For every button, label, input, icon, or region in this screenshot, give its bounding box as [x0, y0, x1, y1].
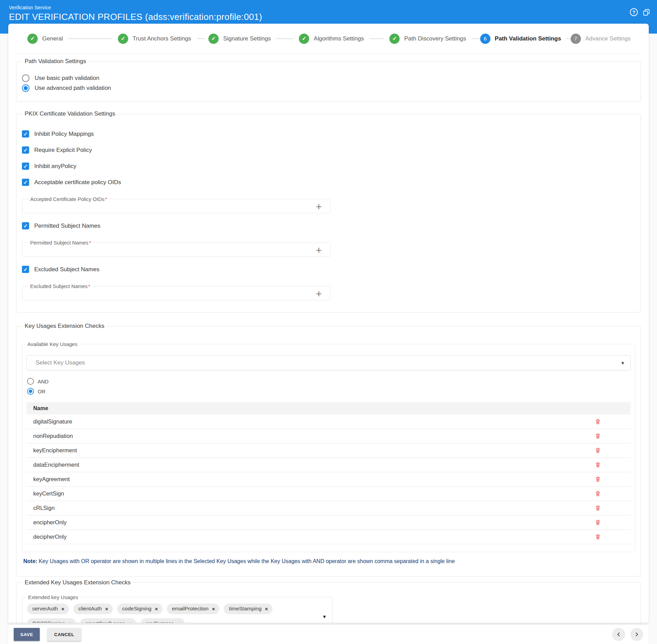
delete-row-button[interactable] [595, 505, 631, 511]
table-row: dataEncipherment [26, 458, 631, 472]
page-title: EDIT VERIFICATION PROFILES (adss:verific… [9, 12, 657, 22]
radio-operator-and[interactable]: AND [27, 378, 631, 385]
checkbox-require-explicit-policy[interactable]: ✓ Require Explicit Policy [22, 146, 635, 154]
step-number: 7 [571, 34, 581, 44]
pkix-section: PKIX Certificate Validation Settings ✓ I… [16, 110, 641, 312]
chip-remove-icon[interactable]: × [129, 621, 132, 623]
step-check-icon: ✓ [389, 34, 400, 44]
chip-smartcardlogon: smartCardLogon× [80, 618, 136, 623]
step-connector [472, 38, 480, 39]
path-validation-section: Path Validation Settings Use basic path … [16, 58, 641, 102]
radio-icon[interactable] [27, 378, 34, 385]
chip-remove-icon[interactable]: × [61, 606, 64, 612]
step-connector [68, 38, 112, 39]
chip-remove-icon[interactable]: × [105, 606, 108, 612]
table-row: encipherOnly [26, 515, 631, 530]
chip-serverauth: serverAuth× [27, 604, 69, 614]
chip-ocspsigning: OCSPSigning× [27, 618, 76, 623]
cancel-button[interactable]: CANCEL [47, 628, 81, 641]
next-step-button[interactable] [630, 628, 643, 641]
chevron-left-icon [616, 632, 621, 637]
delete-row-button[interactable] [595, 462, 631, 468]
radio-advanced-path-validation[interactable]: Use advanced path validation [22, 84, 635, 92]
checkbox-inhibit-policy-mappings[interactable]: ✓ Inhibit Policy Mappings [22, 130, 635, 138]
add-excluded-name-button[interactable]: + [316, 289, 322, 299]
section-legend: Key Usages Extension Checks [23, 323, 106, 330]
permitted-subject-names-field[interactable]: Permitted Subject Names* + [22, 240, 330, 257]
delete-row-button[interactable] [595, 476, 631, 482]
checkbox-checked-icon[interactable]: ✓ [22, 266, 29, 273]
checkbox-checked-icon[interactable]: ✓ [22, 222, 29, 229]
chip-remove-icon[interactable]: × [265, 606, 268, 612]
checkbox-permitted-subject-names[interactable]: ✓ Permitted Subject Names [22, 222, 635, 229]
extended-key-usages-field[interactable]: Extended key Usages serverAuth× clientAu… [22, 594, 332, 623]
chip-remove-icon[interactable]: × [212, 606, 215, 612]
chevron-down-icon[interactable]: ▾ [621, 360, 624, 366]
radio-operator-or[interactable]: OR [27, 388, 631, 395]
wizard-stepper: ✓ General ✓ Trust Anchors Settings ✓ Sig… [16, 24, 641, 54]
required-marker: * [88, 283, 90, 289]
table-row: keyEncipherment [26, 443, 631, 458]
delete-row-button[interactable] [595, 433, 631, 439]
checkbox-checked-icon[interactable]: ✓ [22, 179, 29, 186]
table-row: decipherOnly [26, 530, 631, 544]
add-permitted-name-button[interactable]: + [316, 245, 322, 255]
radio-selected-icon[interactable] [22, 84, 29, 92]
dropdown-arrow-icon[interactable]: ▼ [322, 614, 327, 619]
delete-row-button[interactable] [595, 519, 631, 526]
action-bar: SAVE CANCEL [8, 625, 649, 644]
table-row: keyAgreement [26, 472, 631, 487]
table-header-name: Name [26, 402, 631, 415]
chip-remove-icon[interactable]: × [69, 621, 72, 623]
field-label: Available Key Usages [26, 341, 79, 347]
chevron-right-icon [634, 632, 640, 637]
checkbox-inhibit-anypolicy[interactable]: ✓ Inhibit anyPolicy [22, 163, 635, 170]
chip-emailprotection: emailProtection× [167, 604, 220, 614]
previous-step-button[interactable] [612, 628, 625, 641]
excluded-subject-names-field[interactable]: Excluded Subject Names* + [22, 283, 330, 300]
step-path-validation[interactable]: 6 Path Validation Settings [480, 34, 571, 44]
step-signature-settings[interactable]: ✓ Signature Settings [208, 34, 299, 44]
checkbox-checked-icon[interactable]: ✓ [22, 130, 29, 138]
radio-selected-icon[interactable] [27, 388, 34, 395]
step-advance-settings[interactable]: 7 Advance Settings [571, 34, 631, 44]
radio-basic-path-validation[interactable]: Use basic path validation [22, 74, 635, 82]
step-trust-anchors[interactable]: ✓ Trust Anchors Settings [118, 34, 208, 44]
step-general[interactable]: ✓ General [27, 34, 118, 44]
table-row: digitalSignature [26, 415, 631, 429]
chip-remove-icon[interactable]: × [155, 606, 158, 612]
chip-remove-icon[interactable]: × [177, 621, 180, 623]
key-usages-select[interactable]: Select Key Usages ▾ [26, 355, 631, 370]
field-label: Permitted Subject Names [30, 240, 88, 246]
app-title: Verification Service [9, 5, 657, 10]
delete-row-button[interactable] [595, 534, 631, 540]
chip-anypurpose: anyPurpose× [141, 618, 185, 623]
add-oid-button[interactable]: + [316, 202, 322, 212]
section-legend: Path Validation Settings [23, 58, 88, 65]
step-number: 6 [480, 34, 490, 44]
radio-icon[interactable] [22, 74, 29, 82]
delete-row-button[interactable] [595, 447, 631, 454]
section-legend: PKIX Certificate Validation Settings [23, 110, 117, 117]
delete-row-button[interactable] [595, 418, 631, 425]
checkbox-checked-icon[interactable]: ✓ [22, 146, 29, 154]
checkbox-acceptable-policy-oids[interactable]: ✓ Acceptable certificate policy OIDs [22, 179, 635, 186]
field-label: Accepted Certificate Policy OIDs [30, 196, 105, 202]
save-button[interactable]: SAVE [14, 628, 40, 641]
checkbox-checked-icon[interactable]: ✓ [22, 163, 29, 170]
section-legend: Extended Key Usages Extension Checks [23, 579, 133, 586]
step-algorithms-settings[interactable]: ✓ Algorithms Settings [299, 34, 389, 44]
duplicate-window-icon[interactable] [643, 9, 650, 16]
step-path-discovery[interactable]: ✓ Path Discovery Settings [389, 34, 480, 44]
table-row: cRLSign [26, 501, 631, 515]
key-usages-table: Name digitalSignature nonRepudiation key… [26, 402, 631, 544]
delete-row-button[interactable] [595, 490, 631, 497]
required-marker: * [105, 196, 107, 202]
step-connector [276, 38, 293, 39]
checkbox-excluded-subject-names[interactable]: ✓ Excluded Subject Names [22, 266, 635, 273]
accepted-policy-oids-field[interactable]: Accepted Certificate Policy OIDs* + [22, 196, 330, 213]
key-usages-note: Note:Key Usages with OR operator are sho… [23, 558, 634, 565]
field-label: Extended key Usages [26, 594, 80, 600]
help-icon[interactable]: ? [630, 8, 638, 16]
select-placeholder: Select Key Usages [36, 359, 621, 366]
